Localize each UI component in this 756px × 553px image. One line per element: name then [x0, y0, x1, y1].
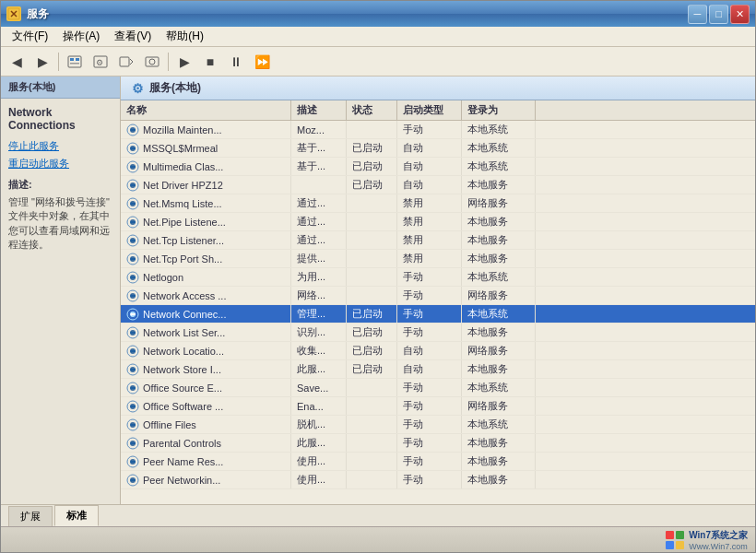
- cell-status: [347, 379, 397, 396]
- cell-status: [347, 268, 397, 286]
- service-icon: [126, 418, 139, 431]
- cell-status: 已启动: [347, 324, 397, 341]
- cell-login: 本地系统: [462, 158, 536, 175]
- col-header-status[interactable]: 状态: [347, 100, 397, 120]
- toolbar-stop-btn[interactable]: ■: [198, 51, 222, 73]
- minimize-button[interactable]: ─: [688, 5, 707, 24]
- toolbar-btn3[interactable]: [114, 51, 138, 73]
- restart-service-link[interactable]: 重启动此服务: [8, 157, 112, 171]
- cell-name: Multimedia Clas...: [121, 158, 291, 175]
- col-header-desc[interactable]: 描述: [291, 100, 347, 120]
- menu-bar: 文件(F) 操作(A) 查看(V) 帮助(H): [1, 27, 755, 47]
- toolbar-play-btn[interactable]: ▶: [172, 51, 196, 73]
- cell-desc: [291, 176, 347, 194]
- toolbar-forward-btn[interactable]: ▶: [30, 51, 54, 73]
- service-icon: [126, 308, 139, 321]
- cell-desc: Ena...: [291, 397, 347, 415]
- cell-startup: 手动: [397, 287, 462, 304]
- left-panel-content: Network Connections 停止此服务 重启动此服务 描述: 管理 …: [1, 99, 120, 504]
- col-header-login[interactable]: 登录为: [462, 100, 536, 120]
- cell-startup: 禁用: [397, 250, 462, 267]
- cell-login: 本地服务: [462, 324, 536, 341]
- cell-desc: Save...: [291, 379, 347, 396]
- table-row[interactable]: Netlogon 为用... 手动 本地系统: [121, 268, 755, 287]
- service-icon: [126, 437, 139, 450]
- table-row[interactable]: Net.Msmq Liste... 通过... 禁用 网络服务: [121, 194, 755, 213]
- table-row[interactable]: Network List Ser... 识别... 已启动 手动 本地服务: [121, 324, 755, 342]
- service-table[interactable]: 名称 描述 状态 启动类型 登录为 Mozilla Mainten... Moz…: [121, 100, 755, 504]
- cell-desc: 使用...: [291, 471, 347, 488]
- table-body: Mozilla Mainten... Moz... 手动 本地系统 MSSQL$…: [121, 121, 755, 489]
- svg-rect-9: [120, 57, 129, 66]
- selected-service-name: Network Connections: [8, 106, 112, 132]
- service-icon: [126, 253, 139, 265]
- stop-service-link[interactable]: 停止此服务: [8, 139, 112, 153]
- cell-desc: 基于...: [291, 158, 347, 175]
- tab-extended[interactable]: 扩展: [8, 506, 53, 526]
- toolbar-back-btn[interactable]: ◀: [5, 51, 29, 73]
- tab-standard[interactable]: 标准: [54, 505, 99, 526]
- menu-file[interactable]: 文件(F): [5, 27, 55, 46]
- table-row[interactable]: Network Access ... 网络... 手动 网络服务: [121, 287, 755, 305]
- table-row[interactable]: MSSQL$Mrmeal 基于... 已启动 自动 本地系统: [121, 139, 755, 158]
- cell-desc: 为用...: [291, 268, 347, 286]
- toolbar-btn1[interactable]: [63, 51, 87, 73]
- table-row[interactable]: Parental Controls 此服... 手动 本地服务: [121, 434, 755, 453]
- service-icon: [126, 382, 139, 394]
- service-icon: [126, 160, 139, 173]
- table-row[interactable]: Net.Pipe Listene... 通过... 禁用 本地服务: [121, 213, 755, 231]
- col-header-name[interactable]: 名称: [121, 100, 291, 120]
- cell-status: [347, 434, 397, 452]
- cell-name: Net.Pipe Listene...: [121, 213, 291, 230]
- cell-login: 本地服务: [462, 434, 536, 452]
- table-row[interactable]: Net Driver HPZ12 已启动 自动 本地服务: [121, 176, 755, 194]
- maximize-button[interactable]: □: [709, 5, 728, 24]
- cell-status: [347, 194, 397, 212]
- cell-desc: 通过...: [291, 194, 347, 212]
- cell-status: [347, 231, 397, 249]
- service-icon: [126, 474, 139, 487]
- table-row[interactable]: Offline Files 脱机... 手动 本地系统: [121, 416, 755, 434]
- menu-view[interactable]: 查看(V): [107, 27, 159, 46]
- cell-desc: 脱机...: [291, 416, 347, 433]
- cell-startup: 手动: [397, 324, 462, 341]
- table-row[interactable]: Net.Tcp Port Sh... 提供... 禁用 本地服务: [121, 250, 755, 268]
- cell-status: 已启动: [347, 305, 397, 323]
- table-row[interactable]: Peer Name Res... 使用... 手动 本地服务: [121, 453, 755, 471]
- table-row[interactable]: Office Software ... Ena... 手动 网络服务: [121, 397, 755, 416]
- cell-startup: 禁用: [397, 231, 462, 249]
- toolbar-restart-btn[interactable]: ⏩: [250, 51, 274, 73]
- table-row[interactable]: Multimedia Clas... 基于... 已启动 自动 本地系统: [121, 158, 755, 176]
- table-row[interactable]: Net.Tcp Listener... 通过... 禁用 本地服务: [121, 231, 755, 250]
- cell-desc: Moz...: [291, 121, 347, 138]
- cell-login: 本地系统: [462, 416, 536, 433]
- table-row[interactable]: Mozilla Mainten... Moz... 手动 本地系统: [121, 121, 755, 139]
- toolbar-sep-2: [168, 53, 169, 71]
- close-button[interactable]: ✕: [730, 5, 750, 24]
- table-row[interactable]: Network Store I... 此服... 已启动 自动 本地服务: [121, 360, 755, 379]
- cell-desc: 通过...: [291, 231, 347, 249]
- table-row[interactable]: Peer Networkin... 使用... 手动 本地服务: [121, 471, 755, 489]
- cell-name: Network Access ...: [121, 287, 291, 304]
- cell-status: [347, 397, 397, 415]
- toolbar-btn4[interactable]: [140, 51, 164, 73]
- cell-name: Parental Controls: [121, 434, 291, 452]
- desc-text: 管理 "网络和拨号连接" 文件夹中对象，在其中您可以查看局域网和远程连接。: [8, 195, 112, 253]
- table-row[interactable]: Network Connec... 管理... 已启动 手动 本地系统: [121, 305, 755, 324]
- toolbar-btn2[interactable]: ⚙: [89, 51, 112, 73]
- cell-login: 本地服务: [462, 453, 536, 470]
- cell-desc: 提供...: [291, 250, 347, 267]
- toolbar-pause-btn[interactable]: ⏸: [224, 51, 248, 73]
- service-icon: [126, 363, 139, 376]
- svg-rect-3: [68, 56, 81, 67]
- col-header-startup[interactable]: 启动类型: [397, 100, 462, 120]
- service-icon: [126, 455, 139, 468]
- menu-help[interactable]: 帮助(H): [159, 27, 211, 46]
- cell-name: Net Driver HPZ12: [121, 176, 291, 194]
- table-row[interactable]: Office Source E... Save... 手动 本地系统: [121, 379, 755, 397]
- table-row[interactable]: Network Locatio... 收集... 已启动 自动 网络服务: [121, 342, 755, 360]
- menu-action[interactable]: 操作(A): [55, 27, 107, 46]
- cell-name: Mozilla Mainten...: [121, 121, 291, 138]
- cell-startup: 手动: [397, 121, 462, 138]
- left-panel-title: 服务(本地): [1, 76, 120, 99]
